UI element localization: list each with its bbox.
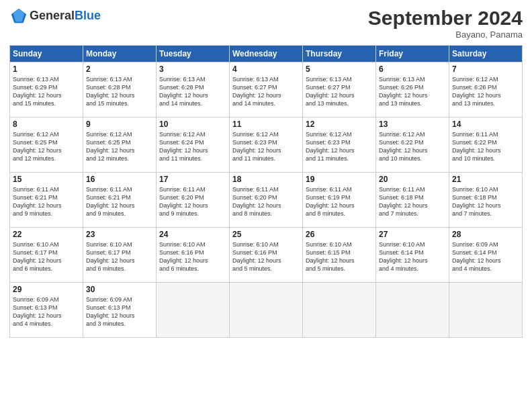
header-thursday: Thursday [303,46,376,62]
day-number: 1 [13,64,80,74]
day-number: 26 [306,230,373,239]
day-number: 7 [452,64,519,74]
calendar-cell: 18Sunrise: 6:11 AMSunset: 6:20 PMDayligh… [230,173,303,228]
calendar-table: Sunday Monday Tuesday Wednesday Thursday… [9,45,523,338]
day-number: 2 [86,64,153,74]
calendar-cell: 21Sunrise: 6:10 AMSunset: 6:18 PMDayligh… [449,173,523,228]
day-info: Sunrise: 6:09 AMSunset: 6:13 PMDaylight:… [86,295,153,328]
day-info: Sunrise: 6:12 AMSunset: 6:23 PMDaylight:… [232,130,300,163]
day-number: 17 [159,175,226,184]
day-number: 21 [452,175,519,184]
logo-icon [9,7,28,26]
calendar-header-row: Sunday Monday Tuesday Wednesday Thursday… [10,46,523,62]
calendar-cell: 3Sunrise: 6:13 AMSunset: 6:28 PMDaylight… [157,62,230,118]
calendar-cell [157,283,230,338]
calendar-cell: 12Sunrise: 6:12 AMSunset: 6:23 PMDayligh… [303,118,376,173]
day-number: 4 [232,64,300,74]
calendar-cell: 6Sunrise: 6:13 AMSunset: 6:26 PMDaylight… [376,62,449,118]
logo: GeneralBlue [9,7,101,26]
day-info: Sunrise: 6:10 AMSunset: 6:14 PMDaylight:… [379,240,446,273]
calendar-cell: 27Sunrise: 6:10 AMSunset: 6:14 PMDayligh… [376,228,449,283]
calendar-cell: 19Sunrise: 6:11 AMSunset: 6:19 PMDayligh… [303,173,376,228]
day-number: 15 [13,175,80,184]
day-info: Sunrise: 6:13 AMSunset: 6:27 PMDaylight:… [232,75,300,108]
calendar-cell: 16Sunrise: 6:11 AMSunset: 6:21 PMDayligh… [83,173,157,228]
day-info: Sunrise: 6:09 AMSunset: 6:13 PMDaylight:… [13,295,80,328]
day-info: Sunrise: 6:11 AMSunset: 6:20 PMDaylight:… [159,185,226,218]
day-number: 27 [379,230,446,239]
day-number: 30 [86,285,153,294]
calendar-cell: 11Sunrise: 6:12 AMSunset: 6:23 PMDayligh… [230,118,303,173]
calendar-cell: 15Sunrise: 6:11 AMSunset: 6:21 PMDayligh… [10,173,83,228]
day-info: Sunrise: 6:10 AMSunset: 6:15 PMDaylight:… [306,240,373,273]
calendar-cell [376,283,449,338]
day-number: 14 [452,120,519,129]
header-friday: Friday [376,46,449,62]
calendar-cell: 7Sunrise: 6:12 AMSunset: 6:26 PMDaylight… [449,62,523,118]
month-title: September 2024 [368,7,523,30]
day-info: Sunrise: 6:13 AMSunset: 6:26 PMDaylight:… [379,75,446,108]
calendar-cell [449,283,523,338]
day-info: Sunrise: 6:11 AMSunset: 6:18 PMDaylight:… [379,185,446,218]
day-info: Sunrise: 6:10 AMSunset: 6:18 PMDaylight:… [452,185,519,218]
day-info: Sunrise: 6:11 AMSunset: 6:20 PMDaylight:… [232,185,300,218]
day-number: 9 [86,120,153,129]
calendar-week-4: 22Sunrise: 6:10 AMSunset: 6:17 PMDayligh… [10,228,523,283]
calendar-cell: 9Sunrise: 6:12 AMSunset: 6:25 PMDaylight… [83,118,157,173]
day-info: Sunrise: 6:12 AMSunset: 6:24 PMDaylight:… [159,130,226,163]
day-number: 3 [159,64,226,74]
day-number: 11 [232,120,300,129]
page-header: GeneralBlue September 2024 Bayano, Panam… [9,7,523,40]
calendar-cell: 26Sunrise: 6:10 AMSunset: 6:15 PMDayligh… [303,228,376,283]
day-info: Sunrise: 6:12 AMSunset: 6:23 PMDaylight:… [306,130,373,163]
day-number: 19 [306,175,373,184]
header-monday: Monday [83,46,157,62]
calendar-cell: 28Sunrise: 6:09 AMSunset: 6:14 PMDayligh… [449,228,523,283]
day-info: Sunrise: 6:10 AMSunset: 6:17 PMDaylight:… [86,240,153,273]
day-number: 13 [379,120,446,129]
day-number: 16 [86,175,153,184]
page-container: GeneralBlue September 2024 Bayano, Panam… [0,0,532,343]
day-info: Sunrise: 6:12 AMSunset: 6:25 PMDaylight:… [86,130,153,163]
calendar-cell: 20Sunrise: 6:11 AMSunset: 6:18 PMDayligh… [376,173,449,228]
calendar-week-5: 29Sunrise: 6:09 AMSunset: 6:13 PMDayligh… [10,283,523,338]
calendar-week-3: 15Sunrise: 6:11 AMSunset: 6:21 PMDayligh… [10,173,523,228]
day-info: Sunrise: 6:13 AMSunset: 6:28 PMDaylight:… [86,75,153,108]
calendar-cell: 13Sunrise: 6:12 AMSunset: 6:22 PMDayligh… [376,118,449,173]
calendar-cell: 1Sunrise: 6:13 AMSunset: 6:29 PMDaylight… [10,62,83,118]
calendar-cell: 17Sunrise: 6:11 AMSunset: 6:20 PMDayligh… [157,173,230,228]
day-number: 20 [379,175,446,184]
calendar-cell [230,283,303,338]
day-number: 29 [13,285,80,294]
day-info: Sunrise: 6:12 AMSunset: 6:25 PMDaylight:… [13,130,80,163]
day-number: 24 [159,230,226,239]
day-number: 10 [159,120,226,129]
day-info: Sunrise: 6:11 AMSunset: 6:22 PMDaylight:… [452,130,519,163]
day-info: Sunrise: 6:13 AMSunset: 6:28 PMDaylight:… [159,75,226,108]
day-info: Sunrise: 6:12 AMSunset: 6:22 PMDaylight:… [379,130,446,163]
calendar-week-1: 1Sunrise: 6:13 AMSunset: 6:29 PMDaylight… [10,62,523,118]
title-section: September 2024 Bayano, Panama [368,7,523,40]
day-number: 28 [452,230,519,239]
day-info: Sunrise: 6:11 AMSunset: 6:21 PMDaylight:… [86,185,153,218]
header-wednesday: Wednesday [230,46,303,62]
day-number: 25 [232,230,300,239]
day-number: 22 [13,230,80,239]
header-saturday: Saturday [449,46,523,62]
header-tuesday: Tuesday [157,46,230,62]
calendar-week-2: 8Sunrise: 6:12 AMSunset: 6:25 PMDaylight… [10,118,523,173]
header-sunday: Sunday [10,46,83,62]
logo-general-text: General [30,9,75,22]
location: Bayano, Panama [368,30,523,40]
calendar-cell: 10Sunrise: 6:12 AMSunset: 6:24 PMDayligh… [157,118,230,173]
day-info: Sunrise: 6:13 AMSunset: 6:29 PMDaylight:… [13,75,80,108]
day-number: 18 [232,175,300,184]
calendar-cell: 25Sunrise: 6:10 AMSunset: 6:16 PMDayligh… [230,228,303,283]
day-info: Sunrise: 6:13 AMSunset: 6:27 PMDaylight:… [306,75,373,108]
day-number: 12 [306,120,373,129]
day-number: 23 [86,230,153,239]
calendar-cell: 29Sunrise: 6:09 AMSunset: 6:13 PMDayligh… [10,283,83,338]
day-number: 8 [13,120,80,129]
calendar-cell [303,283,376,338]
calendar-cell: 24Sunrise: 6:10 AMSunset: 6:16 PMDayligh… [157,228,230,283]
